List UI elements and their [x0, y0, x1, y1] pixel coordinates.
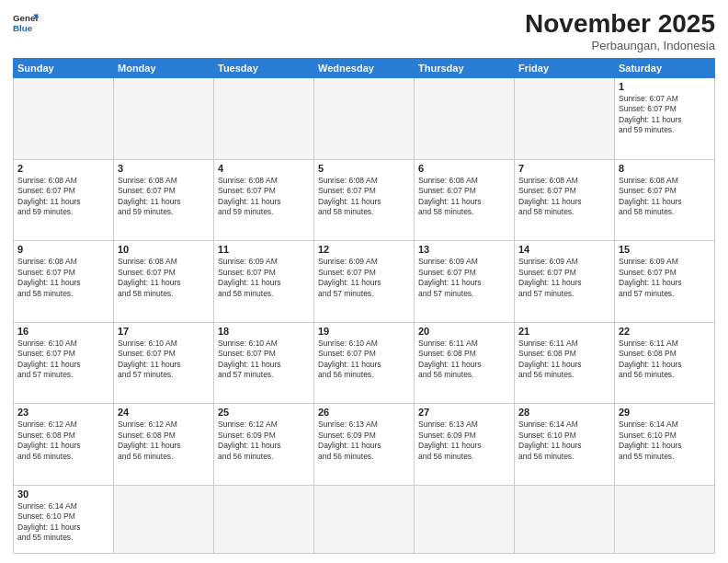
day-info: Sunrise: 6:12 AM Sunset: 6:08 PM Dayligh… — [118, 419, 210, 462]
table-row: 16Sunrise: 6:10 AM Sunset: 6:07 PM Dayli… — [14, 322, 114, 404]
table-row: 29Sunrise: 6:14 AM Sunset: 6:10 PM Dayli… — [615, 404, 715, 486]
table-row: 23Sunrise: 6:12 AM Sunset: 6:08 PM Dayli… — [14, 404, 114, 486]
table-row: 1Sunrise: 6:07 AM Sunset: 6:07 PM Daylig… — [615, 78, 715, 160]
day-number: 20 — [418, 326, 510, 337]
day-info: Sunrise: 6:08 AM Sunset: 6:07 PM Dayligh… — [518, 176, 610, 218]
table-row — [314, 78, 415, 160]
day-number: 25 — [218, 407, 310, 418]
day-number: 29 — [619, 407, 711, 418]
day-info: Sunrise: 6:08 AM Sunset: 6:07 PM Dayligh… — [218, 176, 310, 218]
table-row — [615, 485, 715, 553]
day-number: 23 — [17, 407, 109, 418]
calendar-week-row: 2Sunrise: 6:08 AM Sunset: 6:07 PM Daylig… — [14, 159, 715, 241]
svg-text:General: General — [13, 13, 39, 23]
table-row — [114, 78, 214, 160]
generalblue-logo-icon: General Blue — [13, 9, 39, 35]
col-wednesday: Wednesday — [314, 59, 415, 78]
day-info: Sunrise: 6:10 AM Sunset: 6:07 PM Dayligh… — [318, 339, 410, 381]
day-number: 21 — [518, 326, 610, 337]
day-number: 28 — [518, 407, 610, 418]
table-row: 15Sunrise: 6:09 AM Sunset: 6:07 PM Dayli… — [615, 241, 715, 323]
col-saturday: Saturday — [615, 59, 715, 78]
day-info: Sunrise: 6:08 AM Sunset: 6:07 PM Dayligh… — [118, 257, 210, 299]
table-row: 13Sunrise: 6:09 AM Sunset: 6:07 PM Dayli… — [415, 241, 515, 323]
day-info: Sunrise: 6:07 AM Sunset: 6:07 PM Dayligh… — [619, 94, 711, 136]
table-row — [314, 485, 415, 553]
day-number: 19 — [318, 326, 410, 337]
day-info: Sunrise: 6:08 AM Sunset: 6:07 PM Dayligh… — [418, 176, 510, 218]
day-number: 18 — [218, 326, 310, 337]
table-row — [214, 78, 314, 160]
day-info: Sunrise: 6:13 AM Sunset: 6:09 PM Dayligh… — [318, 419, 410, 462]
day-number: 16 — [17, 326, 109, 337]
table-row: 20Sunrise: 6:11 AM Sunset: 6:08 PM Dayli… — [415, 322, 515, 404]
table-row: 2Sunrise: 6:08 AM Sunset: 6:07 PM Daylig… — [14, 159, 114, 241]
logo: General Blue — [13, 9, 39, 35]
day-number: 15 — [619, 244, 711, 255]
day-info: Sunrise: 6:09 AM Sunset: 6:07 PM Dayligh… — [318, 257, 410, 299]
table-row: 28Sunrise: 6:14 AM Sunset: 6:10 PM Dayli… — [515, 404, 615, 486]
title-block: November 2025 Perbaungan, Indonesia — [525, 9, 715, 52]
table-row — [515, 78, 615, 160]
table-row: 12Sunrise: 6:09 AM Sunset: 6:07 PM Dayli… — [314, 241, 415, 323]
day-info: Sunrise: 6:10 AM Sunset: 6:07 PM Dayligh… — [118, 339, 210, 381]
col-friday: Friday — [515, 59, 615, 78]
day-info: Sunrise: 6:09 AM Sunset: 6:07 PM Dayligh… — [218, 257, 310, 299]
day-number: 6 — [418, 163, 510, 174]
calendar-week-row: 9Sunrise: 6:08 AM Sunset: 6:07 PM Daylig… — [14, 241, 715, 323]
calendar-table: Sunday Monday Tuesday Wednesday Thursday… — [13, 58, 715, 554]
day-number: 8 — [619, 163, 711, 174]
svg-text:Blue: Blue — [13, 23, 33, 33]
day-info: Sunrise: 6:14 AM Sunset: 6:10 PM Dayligh… — [518, 419, 610, 462]
day-number: 4 — [218, 163, 310, 174]
day-info: Sunrise: 6:09 AM Sunset: 6:07 PM Dayligh… — [619, 257, 711, 299]
day-number: 9 — [17, 244, 109, 255]
day-info: Sunrise: 6:12 AM Sunset: 6:08 PM Dayligh… — [17, 419, 109, 462]
table-row: 26Sunrise: 6:13 AM Sunset: 6:09 PM Dayli… — [314, 404, 415, 486]
col-sunday: Sunday — [14, 59, 114, 78]
table-row — [214, 485, 314, 553]
calendar-week-row: 16Sunrise: 6:10 AM Sunset: 6:07 PM Dayli… — [14, 322, 715, 404]
day-info: Sunrise: 6:10 AM Sunset: 6:07 PM Dayligh… — [17, 339, 109, 381]
day-number: 26 — [318, 407, 410, 418]
table-row: 14Sunrise: 6:09 AM Sunset: 6:07 PM Dayli… — [515, 241, 615, 323]
day-info: Sunrise: 6:08 AM Sunset: 6:07 PM Dayligh… — [619, 176, 711, 218]
day-number: 3 — [118, 163, 210, 174]
table-row: 19Sunrise: 6:10 AM Sunset: 6:07 PM Dayli… — [314, 322, 415, 404]
calendar-week-row: 30Sunrise: 6:14 AM Sunset: 6:10 PM Dayli… — [14, 485, 715, 553]
day-number: 12 — [318, 244, 410, 255]
day-number: 10 — [118, 244, 210, 255]
day-number: 14 — [518, 244, 610, 255]
day-info: Sunrise: 6:12 AM Sunset: 6:09 PM Dayligh… — [218, 419, 310, 462]
table-row: 4Sunrise: 6:08 AM Sunset: 6:07 PM Daylig… — [214, 159, 314, 241]
day-info: Sunrise: 6:13 AM Sunset: 6:09 PM Dayligh… — [418, 419, 510, 462]
day-info: Sunrise: 6:11 AM Sunset: 6:08 PM Dayligh… — [418, 339, 510, 381]
table-row: 5Sunrise: 6:08 AM Sunset: 6:07 PM Daylig… — [314, 159, 415, 241]
table-row — [415, 485, 515, 553]
table-row — [415, 78, 515, 160]
day-number: 27 — [418, 407, 510, 418]
table-row: 27Sunrise: 6:13 AM Sunset: 6:09 PM Dayli… — [415, 404, 515, 486]
day-info: Sunrise: 6:11 AM Sunset: 6:08 PM Dayligh… — [518, 339, 610, 381]
table-row: 10Sunrise: 6:08 AM Sunset: 6:07 PM Dayli… — [114, 241, 214, 323]
day-info: Sunrise: 6:11 AM Sunset: 6:08 PM Dayligh… — [619, 339, 711, 381]
table-row: 11Sunrise: 6:09 AM Sunset: 6:07 PM Dayli… — [214, 241, 314, 323]
calendar-week-row: 1Sunrise: 6:07 AM Sunset: 6:07 PM Daylig… — [14, 78, 715, 160]
day-info: Sunrise: 6:14 AM Sunset: 6:10 PM Dayligh… — [619, 419, 711, 462]
table-row: 3Sunrise: 6:08 AM Sunset: 6:07 PM Daylig… — [114, 159, 214, 241]
page: General Blue November 2025 Perbaungan, I… — [0, 0, 728, 563]
table-row: 9Sunrise: 6:08 AM Sunset: 6:07 PM Daylig… — [14, 241, 114, 323]
location: Perbaungan, Indonesia — [525, 39, 715, 52]
table-row: 25Sunrise: 6:12 AM Sunset: 6:09 PM Dayli… — [214, 404, 314, 486]
table-row: 18Sunrise: 6:10 AM Sunset: 6:07 PM Dayli… — [214, 322, 314, 404]
table-row: 22Sunrise: 6:11 AM Sunset: 6:08 PM Dayli… — [615, 322, 715, 404]
table-row: 8Sunrise: 6:08 AM Sunset: 6:07 PM Daylig… — [615, 159, 715, 241]
month-title: November 2025 — [525, 9, 715, 39]
day-number: 30 — [17, 488, 109, 500]
day-info: Sunrise: 6:09 AM Sunset: 6:07 PM Dayligh… — [418, 257, 510, 299]
day-info: Sunrise: 6:09 AM Sunset: 6:07 PM Dayligh… — [518, 257, 610, 299]
table-row — [515, 485, 615, 553]
day-number: 17 — [118, 326, 210, 337]
table-row: 21Sunrise: 6:11 AM Sunset: 6:08 PM Dayli… — [515, 322, 615, 404]
day-number: 13 — [418, 244, 510, 255]
